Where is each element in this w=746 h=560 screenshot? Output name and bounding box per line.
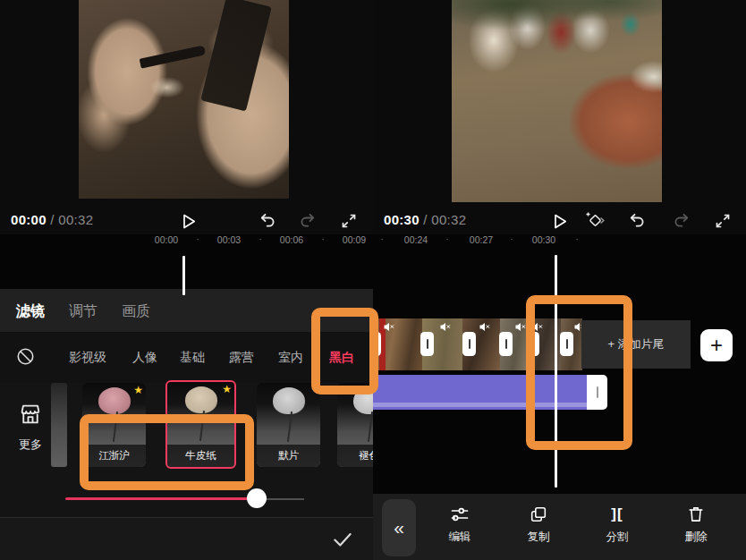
- rose-stem: [286, 412, 292, 442]
- toolbar-edit[interactable]: 编辑: [433, 503, 487, 545]
- mute-icon: [479, 322, 490, 332]
- ruler-tick: 00:00: [155, 234, 178, 245]
- filter-name: 默片: [257, 445, 320, 467]
- left-playhead[interactable]: [182, 256, 185, 295]
- left-timecode-current: 00:00: [11, 212, 47, 227]
- filter-intensity-knob[interactable]: [247, 488, 267, 508]
- toolbar-label: 复制: [512, 530, 565, 545]
- tab-filter[interactable]: 滤镜: [16, 302, 45, 321]
- rose-thumbnail: [98, 387, 131, 414]
- toolbar-label: 编辑: [433, 530, 487, 545]
- mute-icon: [440, 322, 451, 332]
- category-basic[interactable]: 基础: [180, 350, 205, 366]
- ruler-dot: ·: [445, 233, 449, 244]
- play-button[interactable]: [177, 210, 199, 232]
- left-preview-frame: [79, 0, 289, 199]
- no-filter-icon[interactable]: [16, 347, 35, 366]
- undo-button[interactable]: [257, 210, 278, 232]
- annotation-box-filter-tiles: [80, 414, 254, 490]
- clip-toolbar: « 编辑 复制 ][ 分割: [373, 494, 746, 560]
- rose-stem: [367, 412, 372, 442]
- collapse-toolbar-button[interactable]: «: [382, 499, 416, 556]
- ruler-tick: 00:24: [404, 234, 428, 245]
- filter-name: 褪色: [337, 445, 373, 467]
- mute-icon: [384, 322, 394, 332]
- transition-handle[interactable]: [499, 332, 513, 356]
- transition-handle[interactable]: [420, 332, 434, 356]
- ruler-dot: ·: [259, 233, 262, 244]
- dark-object-shape: [200, 0, 271, 112]
- tab-quality[interactable]: 画质: [122, 302, 150, 321]
- ruler-tick: 00:06: [280, 234, 303, 245]
- left-timecode-total: / 00:32: [50, 212, 93, 227]
- ruler-tick: 00:03: [217, 234, 241, 245]
- ruler-dot: ·: [196, 233, 199, 244]
- trash-icon: [669, 503, 723, 526]
- toolbar-label: 分割: [590, 530, 644, 545]
- store-more-label: 更多: [13, 437, 48, 453]
- filter-intensity-track-filled[interactable]: [65, 497, 257, 500]
- add-clip-button[interactable]: +: [700, 329, 733, 361]
- timeline-editor-screen: 00:30 / 00:32: [373, 0, 746, 560]
- ruler-tick: 00:09: [343, 234, 366, 245]
- right-timecode-current: 00:30: [384, 212, 420, 227]
- left-timeline-ruler[interactable]: 00:00 · 00:03 · 00:06 · 00:09: [0, 234, 373, 289]
- ruler-dot: ·: [575, 233, 579, 244]
- star-badge: ★: [222, 383, 232, 395]
- store-icon: [17, 401, 44, 428]
- rose-thumbnail: [273, 387, 305, 414]
- transition-handle[interactable]: [462, 332, 476, 356]
- filter-store-more[interactable]: 更多: [13, 401, 48, 453]
- confirm-check-button[interactable]: [331, 528, 354, 551]
- left-video-preview[interactable]: [0, 0, 373, 208]
- play-button[interactable]: [548, 210, 570, 232]
- split-brackets-icon: ][: [590, 503, 644, 526]
- annotation-box-playhead-region: [526, 295, 632, 450]
- toolbar-copy[interactable]: 复制: [512, 503, 565, 545]
- left-player-controls: 00:00 / 00:32: [0, 208, 373, 234]
- ruler-dot: ·: [380, 233, 384, 244]
- left-timecode: 00:00 / 00:32: [11, 212, 93, 227]
- annotation-box-blackwhite-category: [311, 308, 378, 395]
- filter-tile-mopian[interactable]: 默片: [257, 383, 320, 467]
- mute-icon: [515, 322, 526, 332]
- category-cinematic[interactable]: 影视级: [69, 350, 106, 366]
- copy-icon: [512, 503, 565, 526]
- capcut-dual-screenshot: 00:00 / 00:32 00:00 · 00:03 · 00:06 · 00: [0, 0, 746, 560]
- undo-button[interactable]: [626, 210, 648, 232]
- category-camping[interactable]: 露营: [229, 350, 254, 366]
- redo-button[interactable]: [297, 210, 318, 232]
- right-player-controls: 00:30 / 00:32: [373, 208, 746, 234]
- rose-thumbnail: [185, 386, 217, 413]
- edit-sliders-icon: [433, 503, 487, 526]
- tab-adjust[interactable]: 调节: [69, 302, 97, 321]
- category-indoor[interactable]: 室内: [278, 350, 303, 366]
- right-preview-frame: [452, 0, 662, 202]
- add-keyframe-icon[interactable]: [584, 210, 606, 232]
- toolbar-split[interactable]: ][ 分割: [590, 503, 644, 545]
- fullscreen-icon[interactable]: [712, 210, 733, 232]
- right-timecode: 00:30 / 00:32: [384, 212, 466, 227]
- pen-tool-shape: [140, 45, 207, 68]
- ruler-dot: ·: [321, 233, 325, 244]
- redo-button[interactable]: [671, 210, 692, 232]
- star-badge: ★: [133, 384, 143, 396]
- ruler-tick: 00:30: [532, 234, 555, 245]
- filter-tile-tuise[interactable]: 褪色: [337, 383, 373, 467]
- partial-filter-tile[interactable]: [51, 383, 67, 467]
- right-timecode-total: / 00:32: [423, 212, 466, 227]
- ruler-tick: 00:27: [470, 234, 493, 245]
- right-video-preview[interactable]: [373, 0, 746, 208]
- ruler-dot: ·: [510, 233, 513, 244]
- left-bottom-bar: [0, 518, 373, 560]
- fullscreen-icon[interactable]: [338, 210, 360, 232]
- category-portrait[interactable]: 人像: [132, 350, 157, 366]
- toolbar-delete[interactable]: 删除: [669, 503, 723, 545]
- toolbar-label: 删除: [669, 530, 723, 545]
